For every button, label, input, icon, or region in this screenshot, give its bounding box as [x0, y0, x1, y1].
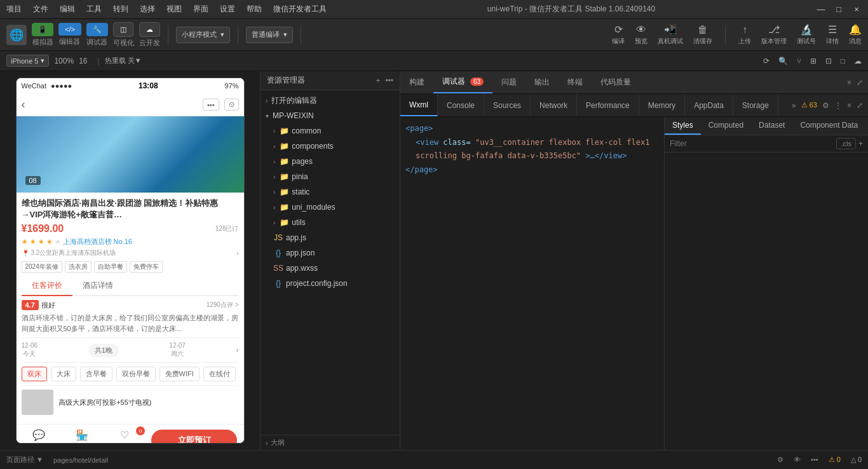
cloud-button[interactable]: ☁ [139, 22, 160, 37]
expand-devtools-icon[interactable]: ⤢ [857, 78, 863, 87]
menu-bar[interactable]: 项目 文件 编辑 工具 转到 选择 视图 界面 设置 帮助 微信开发者工具 [6, 4, 327, 15]
review-count[interactable]: 1290点评 > [207, 301, 239, 309]
simulator-tool[interactable]: 📱 模拟器 [32, 23, 53, 47]
real-machine-button[interactable]: 📲 真机调试 [658, 24, 683, 46]
build-tab-output[interactable]: 输出 [526, 71, 559, 93]
open-editors-section[interactable]: › 打开的编辑器 [261, 93, 400, 108]
tab-component-data[interactable]: Component Data [792, 117, 865, 135]
tab-network[interactable]: Network [531, 94, 577, 116]
folder-pages[interactable]: › 📁 pages [261, 154, 400, 169]
menu-item-help[interactable]: 帮助 [247, 4, 262, 15]
file-appjs[interactable]: JS app.js [261, 230, 400, 245]
menu-item-settings[interactable]: 设置 [220, 4, 235, 15]
date-arrow[interactable]: › [236, 346, 238, 355]
tab-appdata[interactable]: AppData [685, 94, 733, 116]
more-options-icon[interactable]: ••• [385, 76, 393, 85]
menu-item-interface[interactable]: 界面 [193, 4, 208, 15]
detail-tab[interactable]: 酒店详情 [72, 276, 123, 295]
tab-sources[interactable]: Sources [484, 94, 531, 116]
more-button[interactable]: ••• [203, 99, 219, 111]
menu-item-file[interactable]: 文件 [33, 4, 48, 15]
cloud-tool[interactable]: ☁ 云开发 [139, 22, 160, 48]
folder-uni-modules[interactable]: › 📁 uni_modules [261, 200, 400, 215]
filter-double-breakfast[interactable]: 双份早餐 [116, 367, 156, 381]
file-appwxss[interactable]: SS app.wxss [261, 261, 400, 276]
build-tab-problem[interactable]: 问题 [492, 71, 526, 93]
search-icon[interactable]: 🔍 [778, 57, 788, 65]
close-devtools-btn[interactable]: × [847, 101, 851, 110]
add-style-button[interactable]: + [858, 139, 863, 148]
detail-button[interactable]: ☰ 详情 [826, 24, 839, 46]
copy-icon[interactable]: ⊞ [810, 57, 817, 65]
window-controls[interactable]: — □ × [816, 4, 862, 15]
book-button[interactable]: 立即预订 [151, 430, 237, 444]
filter-double[interactable]: 双床 [22, 367, 47, 381]
upload-button[interactable]: ↑ 上传 [738, 24, 751, 46]
menu-item-project[interactable]: 项目 [6, 4, 22, 15]
preview-status-icon[interactable]: 👁 [794, 456, 801, 464]
tab-computed[interactable]: Computed [701, 117, 751, 135]
dom-line-page-close[interactable]: </page> [405, 163, 659, 177]
expand-devtools-btn[interactable]: ⤢ [857, 101, 863, 110]
close-devtools-icon[interactable]: × [847, 78, 851, 87]
dom-line-view[interactable]: <view class= "uv3__container flexbox fle… [405, 136, 659, 163]
tab-memory[interactable]: Memory [639, 94, 685, 116]
hot-reload-select[interactable]: 热重载 关▼ [105, 56, 142, 65]
share-button[interactable]: ⊙ [224, 99, 239, 111]
tab-storage[interactable]: Storage [733, 94, 778, 116]
like-nav[interactable]: ♡ 喜欢 0 [109, 429, 142, 444]
debugger-button[interactable]: 🔧 [86, 23, 108, 36]
folder-utils[interactable]: › 📁 utils [261, 215, 400, 230]
tab-dataset[interactable]: Dataset [751, 117, 792, 135]
branch-icon[interactable]: ⑂ [797, 57, 801, 65]
refresh-icon[interactable]: ⟳ [763, 57, 770, 65]
menu-item-view[interactable]: 视图 [166, 4, 182, 15]
more-devtools-icon[interactable]: ⋮ [834, 101, 842, 110]
project-root[interactable]: ▾ MP-WEIXIN [261, 108, 400, 123]
visualize-tool[interactable]: ◫ 可视化 [113, 22, 134, 48]
simulator-button[interactable]: 📱 [32, 23, 53, 36]
build-tab-terminal[interactable]: 终端 [559, 71, 592, 93]
folder-static[interactable]: › 📁 static [261, 184, 400, 200]
folder-common[interactable]: › 📁 common [261, 123, 400, 139]
menu-item-devtools[interactable]: 微信开发者工具 [273, 4, 327, 15]
page-path-label[interactable]: 页面路径 ▼ [6, 455, 43, 465]
filter-breakfast[interactable]: 含早餐 [80, 367, 112, 381]
version-button[interactable]: ⎇ 版本管理 [761, 24, 787, 46]
editor-tool[interactable]: </> 编辑器 [58, 23, 81, 46]
preview-button[interactable]: 👁 预览 [635, 24, 648, 46]
tab-styles[interactable]: Styles [665, 117, 701, 135]
device-icon[interactable]: □ [841, 57, 845, 65]
visualize-button[interactable]: ◫ [113, 22, 133, 37]
test-button[interactable]: 🔬 测试号 [797, 24, 816, 46]
mode-select[interactable]: 小程序模式 ▾ [176, 27, 230, 43]
maximize-button[interactable]: □ [834, 4, 844, 15]
more-status-icon[interactable]: ••• [811, 456, 818, 464]
compile-button[interactable]: ⟳ 编译 [612, 24, 625, 46]
debugger-tool[interactable]: 🔧 调试器 [86, 23, 108, 47]
tab-console[interactable]: Console [438, 94, 484, 116]
device-select[interactable]: iPhone 5 ▾ [6, 55, 49, 67]
folder-components[interactable]: › 📁 components [261, 139, 400, 154]
settings-devtools-icon[interactable]: ⚙ [822, 101, 829, 110]
filter-input[interactable] [670, 139, 834, 148]
file-project-config[interactable]: {} project.config.json [261, 276, 400, 291]
filter-wifi[interactable]: 免费WIFI [159, 367, 200, 381]
dom-line-page[interactable]: <page> [405, 122, 659, 136]
settings-icon[interactable]: ⊡ [825, 57, 832, 65]
tab-wxml[interactable]: Wxml [400, 94, 438, 116]
notice-button[interactable]: 🔔 消息 [849, 24, 862, 46]
build-tab-jianzhang[interactable]: 构建 [400, 71, 433, 93]
settings-status-icon[interactable]: ⚙ [777, 456, 783, 464]
cloud2-icon[interactable]: ☁ [854, 57, 862, 65]
file-appjson[interactable]: {} app.json [261, 245, 400, 261]
compile-select[interactable]: 普通编译 ▾ [246, 27, 293, 43]
minimize-button[interactable]: — [816, 4, 826, 15]
clear-storage-button[interactable]: 🗑 清缓存 [693, 24, 712, 46]
more-tabs-icon[interactable]: » [792, 101, 796, 110]
menu-item-goto[interactable]: 转到 [113, 4, 128, 15]
customer-service-nav[interactable]: 💬 客服 [23, 429, 56, 444]
review-tab[interactable]: 住客评价 [22, 276, 72, 296]
editor-button[interactable]: </> [58, 23, 81, 36]
tab-performance[interactable]: Performance [577, 94, 639, 116]
